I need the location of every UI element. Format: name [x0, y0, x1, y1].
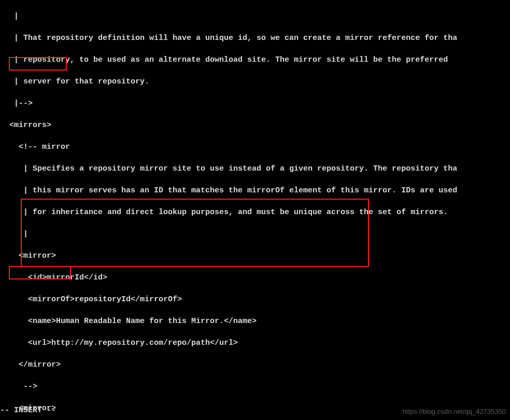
code-line: | server for that repository.: [0, 76, 510, 87]
code-line: |-->: [0, 98, 510, 109]
code-line: | this mirror serves has an ID that matc…: [0, 185, 510, 196]
code-line: | repository, to be used as an alternate…: [0, 54, 510, 65]
code-line: <name>Human Readable Name for this Mirro…: [0, 316, 510, 327]
highlight-mirrors-close: [9, 266, 71, 279]
code-line: |: [0, 11, 510, 22]
code-line: <mirrorOf>repositoryId</mirrorOf>: [0, 294, 510, 305]
code-line: | Specifies a repository mirror site to …: [0, 163, 510, 174]
highlight-mirrors-open: [9, 57, 67, 71]
watermark: https://blog.csdn.net/qq_42735350: [403, 406, 506, 417]
vim-mode-status: -- INSERT --: [0, 405, 56, 416]
code-line: <!-- mirror: [0, 142, 510, 152]
code-line: <url>http://my.repository.com/repo/path<…: [0, 338, 510, 348]
code-line: <mirrors>: [0, 120, 510, 131]
code-line: <id>mirrorId</id>: [0, 272, 510, 283]
highlight-mirror-block: [21, 199, 369, 267]
code-line: -->: [0, 381, 510, 392]
code-line: | That repository definition will have a…: [0, 33, 510, 44]
code-line: </mirror>: [0, 359, 510, 370]
